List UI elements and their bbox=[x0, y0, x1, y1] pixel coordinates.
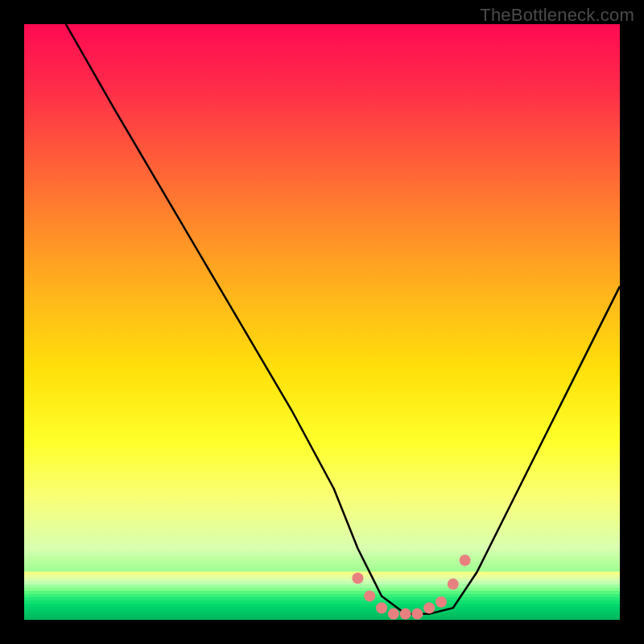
svg-point-9 bbox=[460, 555, 471, 566]
chart-svg bbox=[0, 0, 644, 644]
curve-path bbox=[66, 24, 620, 614]
svg-point-7 bbox=[436, 597, 447, 608]
svg-point-5 bbox=[411, 609, 423, 620]
curve-highlight bbox=[352, 555, 470, 620]
svg-point-0 bbox=[352, 572, 363, 584]
watermark-text: TheBottleneck.com bbox=[480, 5, 634, 26]
svg-point-1 bbox=[364, 590, 375, 601]
svg-point-8 bbox=[448, 579, 459, 590]
svg-point-2 bbox=[376, 602, 387, 613]
svg-point-6 bbox=[423, 602, 435, 613]
svg-point-4 bbox=[400, 609, 411, 620]
svg-point-3 bbox=[388, 609, 399, 620]
